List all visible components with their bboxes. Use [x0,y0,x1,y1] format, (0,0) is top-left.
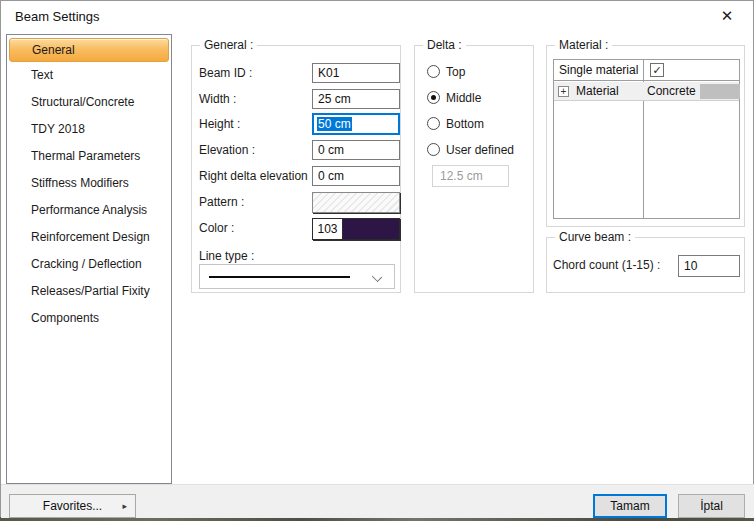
close-icon[interactable]: ✕ [709,3,745,29]
height-label: Height : [199,117,240,131]
material-row[interactable]: + Material Concrete [554,82,739,101]
general-group: General : Beam ID : Width : Height : 50 … [191,45,401,293]
radio-user-defined[interactable] [427,143,440,156]
material-row-value: Concrete [647,84,696,98]
favorites-label: Favorites... [43,499,102,513]
material-group-title: Material : [555,38,612,52]
radio-middle[interactable] [427,91,440,104]
sidebar-item-components[interactable]: Components [7,305,171,332]
chevron-down-icon [372,272,382,282]
single-material-label: Single material [559,63,638,77]
chord-count-input[interactable] [678,255,740,277]
sidebar-item-cracking-deflection[interactable]: Cracking / Deflection [7,251,171,278]
sidebar-item-tdy-2018[interactable]: TDY 2018 [7,116,171,143]
beam-id-input[interactable] [312,63,400,83]
radio-bottom[interactable] [427,117,440,130]
material-value-button[interactable] [700,84,740,99]
ok-button[interactable]: Tamam [593,494,667,518]
radio-bottom-label: Bottom [446,117,484,131]
beam-id-label: Beam ID : [199,66,252,80]
right-delta-elevation-input[interactable] [312,166,400,186]
sidebar-item-stiffness-modifiers[interactable]: Stiffness Modifiers [7,170,171,197]
delta-group: Delta : Top Middle Bottom User defined 1… [414,45,534,293]
chord-count-label: Chord count (1-15) : [553,258,660,272]
beam-settings-dialog: Beam Settings ✕ General Text Structural/… [0,0,754,517]
favorites-button[interactable]: Favorites... ▸ [9,494,136,518]
material-table: Single material ✓ + Material Concrete [553,59,740,219]
right-delta-elevation-label: Right delta elevation [199,169,308,183]
color-picker-button[interactable]: 103 [312,218,400,240]
elevation-label: Elevation : [199,143,255,157]
single-material-row[interactable]: Single material ✓ [554,60,739,81]
single-material-checkbox[interactable]: ✓ [650,63,664,77]
material-group: Material : Single material ✓ + Material … [546,45,745,227]
title-bar[interactable]: Beam Settings ✕ [1,1,753,32]
material-row-label: Material [576,84,619,98]
user-defined-delta-input: 12.5 cm [432,165,509,187]
line-type-label: Line type : [199,249,254,263]
sidebar-item-general[interactable]: General [9,38,169,62]
height-selected-text: 50 cm [317,117,352,131]
sidebar-item-text[interactable]: Text [7,62,171,89]
radio-top-label: Top [446,65,465,79]
line-type-dropdown[interactable] [199,264,395,289]
general-group-title: General : [200,38,257,52]
expand-plus-icon[interactable]: + [558,86,569,97]
color-number: 103 [313,219,343,239]
window-title: Beam Settings [15,9,100,24]
cancel-button[interactable]: İptal [678,494,745,518]
pattern-label: Pattern : [199,195,244,209]
color-swatch [343,219,399,239]
pattern-swatch-button[interactable] [312,192,400,213]
sidebar-item-thermal-parameters[interactable]: Thermal Parameters [7,143,171,170]
sidebar-item-performance-analysis[interactable]: Performance Analysis [7,197,171,224]
height-input[interactable]: 50 cm [312,113,400,135]
radio-user-defined-label: User defined [446,143,514,157]
sidebar-item-structural-concrete[interactable]: Structural/Concrete [7,89,171,116]
color-label: Color : [199,221,234,235]
width-label: Width : [199,92,236,106]
curve-beam-group-title: Curve beam : [555,230,635,244]
line-type-sample [209,276,350,278]
radio-top[interactable] [427,65,440,78]
sidebar-item-releases-partial-fixity[interactable]: Releases/Partial Fixity [7,278,171,305]
curve-beam-group: Curve beam : Chord count (1-15) : [546,237,745,293]
elevation-input[interactable] [312,140,400,160]
sidebar-item-reinforcement-design[interactable]: Reinforcement Design [7,224,171,251]
width-input[interactable] [312,89,400,109]
category-list: General Text Structural/Concrete TDY 201… [6,34,172,484]
delta-group-title: Delta : [423,38,466,52]
footer-bar: Favorites... ▸ Tamam İptal [1,484,754,518]
radio-middle-label: Middle [446,91,481,105]
arrow-right-icon: ▸ [122,495,127,517]
